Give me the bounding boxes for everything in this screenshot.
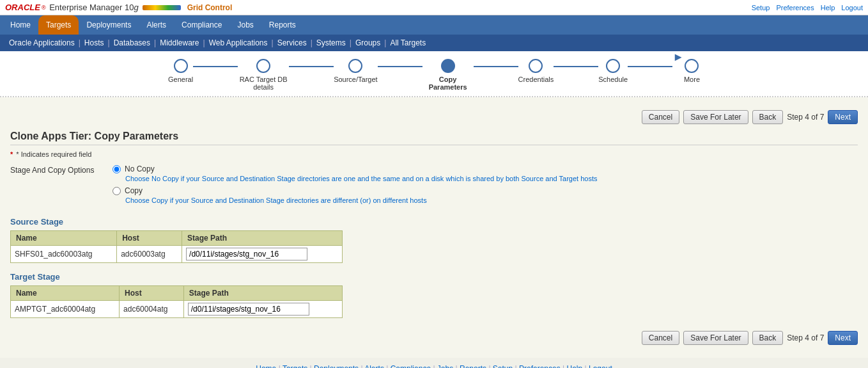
source-path-cell[interactable] [182,246,343,263]
footer-alerts[interactable]: Alerts [364,364,386,368]
step-rac-circle [256,59,270,73]
back-button-bottom[interactable]: Back [752,331,784,345]
target-col-path: Stage Path [183,286,342,301]
subnav-services[interactable]: Services [274,37,311,49]
footer-compliance[interactable]: Compliance [391,364,433,368]
subnav-oracle-apps[interactable]: Oracle Applications [5,37,79,49]
footer-jobs[interactable]: Jobs [437,364,456,368]
step-rac: RAC Target DB details [238,59,289,91]
no-copy-radio[interactable] [112,165,121,173]
next-button-top[interactable]: Next [828,110,858,124]
source-stage-header-row: Name Host Stage Path [11,231,343,246]
source-name-cell: SHFS01_adc60003atg [11,246,117,263]
step-credentials-circle [529,59,543,73]
nav-home[interactable]: Home [3,15,38,35]
registered-mark: ® [42,4,46,11]
footer-home[interactable]: Home [256,364,276,368]
footer-help[interactable]: Help [567,364,585,368]
preferences-link[interactable]: Preferences [776,4,814,12]
subnav-hosts[interactable]: Hosts [81,37,108,49]
no-copy-label[interactable]: No Copy [125,164,155,173]
main-content: Cancel Save For Later Back Step 4 of 7 N… [0,97,868,358]
target-host-cell: adc60004atg [120,301,184,318]
nav-alerts[interactable]: Alerts [139,15,174,35]
required-note: * * Indicates required field [10,150,858,158]
step-general-circle [174,59,188,73]
back-button-top[interactable]: Back [752,110,784,124]
cancel-button-bottom[interactable]: Cancel [642,331,679,345]
top-action-bar: Cancel Save For Later Back Step 4 of 7 N… [10,110,858,124]
target-path-input[interactable] [188,303,309,316]
subnav-databases[interactable]: Databases [110,37,154,49]
arrow-connector: ► [628,59,684,67]
setup-link[interactable]: Setup [752,4,770,12]
step-connector-5 [554,66,598,67]
target-stage-table: Name Host Stage Path AMPTGT_adc60004atg … [10,285,343,318]
subnav-middleware[interactable]: Middleware [156,37,203,49]
oracle-brand-em: Enterprise Manager 10g [47,3,139,12]
source-col-name: Name [11,231,117,246]
logout-link[interactable]: Logout [841,4,863,12]
no-copy-hint: Choose No Copy if your Source and Destin… [125,175,858,182]
step-more-label: More [684,76,700,83]
target-path-cell[interactable] [183,301,342,318]
source-host-cell: adc60003atg [117,246,182,263]
target-col-host: Host [120,286,184,301]
step-info-bottom: Step 4 of 7 [787,333,824,342]
stage-copy-options-row: Stage And Copy Options No Copy Choose No… [10,164,858,208]
step-connector-4 [474,66,518,67]
subnav-web-apps[interactable]: Web Applications [205,37,272,49]
footer-reports[interactable]: Reports [460,364,488,368]
subnav-groups[interactable]: Groups [352,37,384,49]
step-general-label: General [168,76,193,83]
step-copy-params: Copy Parameters [422,59,474,91]
footer-logout[interactable]: Logout [589,364,612,368]
target-stage-header-row: Name Host Stage Path [11,286,343,301]
wizard-steps: General RAC Target DB details Source/Tar… [0,51,868,97]
nav-jobs[interactable]: Jobs [229,15,261,35]
step-source-target-circle [348,59,362,73]
footer-setup[interactable]: Setup [493,364,515,368]
help-link[interactable]: Help [821,4,835,12]
step-more-circle [685,59,699,73]
grid-control-label: Grid Control [187,3,233,12]
oracle-brand-oracle: ORACLE [5,3,40,12]
no-copy-option: No Copy [112,164,858,173]
source-path-input[interactable] [186,248,307,260]
logo-color-bar [143,5,181,10]
source-col-host: Host [117,231,182,246]
footer-targets[interactable]: Targets [283,364,310,368]
subnav-all-targets[interactable]: All Targets [386,37,430,49]
save-for-later-button-bottom[interactable]: Save For Later [683,331,748,345]
nav-targets[interactable]: Targets [38,15,79,35]
step-schedule-label: Schedule [598,76,628,83]
cancel-button-top[interactable]: Cancel [642,110,679,124]
oracle-logo: ORACLE ® Enterprise Manager 10g Grid Con… [5,3,232,12]
step-info-top: Step 4 of 7 [787,113,824,122]
save-for-later-button-top[interactable]: Save For Later [683,110,748,124]
top-bar: ORACLE ® Enterprise Manager 10g Grid Con… [0,0,868,15]
footer-nav: Home | Targets | Deployments | Alerts | … [0,358,868,368]
stage-copy-options-content: No Copy Choose No Copy if your Source an… [112,164,858,208]
step-schedule: Schedule [598,59,628,83]
source-stage-header: Source Stage [10,217,858,227]
next-button-bottom[interactable]: Next [828,331,858,345]
step-connector-2 [289,66,334,67]
source-stage-table: Name Host Stage Path SHFS01_adc60003atg … [10,230,343,263]
target-stage-row: AMPTGT_adc60004atg adc60004atg [11,301,343,318]
copy-option: Copy [112,186,858,195]
step-connector-6 [628,66,672,67]
step-general: General [168,59,193,83]
nav-compliance[interactable]: Compliance [174,15,229,35]
nav-deployments[interactable]: Deployments [79,15,139,35]
footer-preferences[interactable]: Preferences [519,364,562,368]
target-col-name: Name [11,286,120,301]
footer-deployments[interactable]: Deployments [314,364,360,368]
step-arrow-icon: ► [672,51,684,64]
nav-reports[interactable]: Reports [261,15,304,35]
subnav-systems[interactable]: Systems [313,37,350,49]
bottom-action-bar: Cancel Save For Later Back Step 4 of 7 N… [10,331,858,345]
copy-hint: Choose Copy if your Source and Destinati… [125,196,858,204]
copy-radio[interactable] [112,187,121,195]
copy-label[interactable]: Copy [125,186,143,195]
